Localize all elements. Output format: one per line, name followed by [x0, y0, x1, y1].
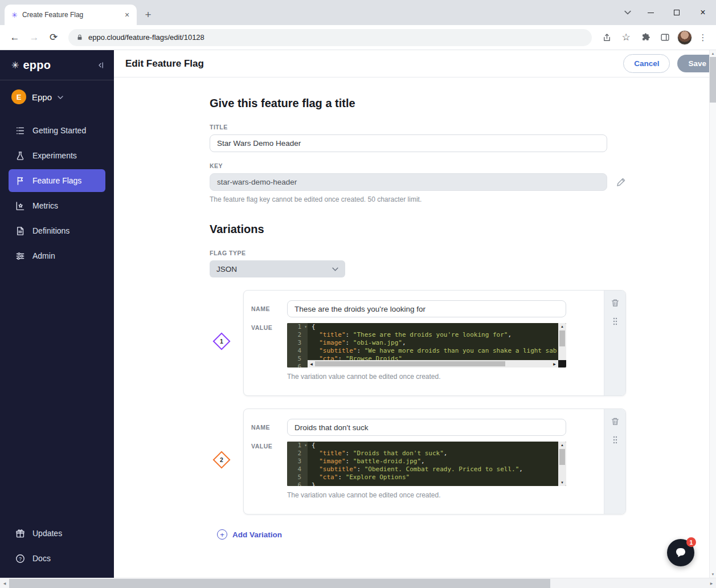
url-text: eppo.cloud/feature-flags/edit/10128 [88, 33, 204, 42]
new-tab-button[interactable]: + [140, 7, 156, 23]
help-circle-icon: ? [15, 554, 25, 564]
cancel-button[interactable]: Cancel [623, 54, 670, 73]
sidebar-item-getting-started[interactable]: Getting Started [9, 119, 105, 142]
variation-2-badge: 2 [212, 451, 230, 468]
metrics-chart-icon [15, 201, 25, 211]
trash-icon[interactable] [611, 299, 620, 308]
eppo-logo-text: eppo [23, 59, 51, 72]
page-header: Edit Feature Flag Cancel Save [114, 50, 709, 77]
window-minimize-button[interactable] [637, 0, 664, 25]
workspace-avatar: E [11, 89, 26, 104]
back-icon[interactable]: ← [6, 28, 24, 47]
json-editor-1[interactable]: 1▾{2 "title": "These are the droids you'… [287, 323, 566, 368]
tab-title: Create Feature Flag [22, 11, 117, 19]
key-help-text: The feature flag key cannot be edited on… [210, 195, 709, 203]
reload-icon[interactable]: ⟳ [44, 28, 63, 47]
variation-1-name-input[interactable] [287, 300, 566, 317]
extensions-puzzle-icon[interactable] [636, 28, 654, 47]
workspace-switcher[interactable]: E Eppo [0, 80, 114, 112]
section-title: Give this feature flag a title [210, 97, 709, 110]
value-help-text: The variation value cannot be edited onc… [287, 373, 566, 381]
variation-name-label: NAME [251, 305, 287, 312]
variation-value-label: VALUE [251, 442, 287, 499]
side-panel-icon[interactable] [656, 28, 674, 47]
sidebar-item-docs[interactable]: ? Docs [9, 547, 105, 570]
intercom-chat-button[interactable]: 1 [667, 539, 694, 566]
eppo-logo-icon: ✳ [11, 60, 19, 71]
title-label: TITLE [210, 124, 709, 130]
variations-heading: Variations [210, 223, 709, 236]
sidebar-collapse-icon[interactable] [96, 61, 105, 70]
browser-menu-icon[interactable]: ⋮ [695, 32, 710, 43]
list-icon [15, 126, 25, 136]
scrollbar-thumb[interactable] [710, 57, 716, 103]
variation-card-2: 2 NAME VALUE 1▾{2 "title" [243, 409, 626, 514]
flask-icon [15, 151, 25, 161]
bookmark-star-icon[interactable]: ☆ [617, 28, 635, 47]
window-controls: × [618, 0, 716, 25]
key-input [210, 173, 607, 191]
profile-avatar[interactable] [677, 30, 692, 45]
chat-bubble-icon [674, 546, 688, 560]
scrollbar-thumb[interactable] [9, 579, 550, 588]
page-title: Edit Feature Flag [125, 58, 204, 70]
plus-circle-icon: + [217, 529, 227, 540]
drag-handle-icon[interactable] [612, 317, 618, 326]
gift-icon [15, 529, 25, 538]
address-bar[interactable]: eppo.cloud/feature-flags/edit/10128 [68, 29, 592, 46]
sidebar-item-feature-flags[interactable]: Feature Flags [9, 169, 105, 192]
flag-type-label: FLAG TYPE [210, 250, 709, 256]
form-content: Give this feature flag a title TITLE KEY… [114, 77, 709, 562]
page-horizontal-scrollbar[interactable]: ◀ ▶ [0, 578, 716, 588]
main-panel: Edit Feature Flag Cancel Save Give this … [114, 50, 709, 578]
sidebar-item-admin[interactable]: Admin [9, 244, 105, 267]
save-button[interactable]: Save [677, 55, 709, 72]
trash-icon[interactable] [611, 417, 620, 426]
variation-2-name-input[interactable] [287, 419, 566, 436]
sidebar-item-metrics[interactable]: Metrics [9, 194, 105, 217]
variation-1-actions [604, 291, 625, 395]
chevron-down-icon [332, 267, 338, 271]
tab-close-icon[interactable]: × [122, 10, 132, 20]
json-editor-2[interactable]: 1▾{2 "title": "Droids that don't suck",3… [287, 442, 566, 486]
document-icon [15, 226, 25, 236]
page-vertical-scrollbar[interactable]: ▲ ▼ [709, 50, 716, 578]
window-maximize-button[interactable] [664, 0, 690, 25]
variation-card-1: 1 NAME VALUE 1▾{2 "title" [243, 290, 626, 396]
browser-window: ✳ Create Feature Flag × + × ← → ⟳ eppo.c… [0, 0, 716, 588]
sidebar-item-updates[interactable]: Updates [9, 522, 105, 545]
sliders-icon [15, 251, 25, 261]
variation-2-actions [604, 409, 625, 514]
flag-icon [15, 176, 25, 186]
title-input[interactable] [210, 134, 607, 152]
key-label: KEY [210, 162, 709, 169]
variation-1-badge: 1 [212, 332, 230, 350]
editor-horizontal-scrollbar[interactable]: ◀ ▶ [308, 360, 558, 368]
window-close-button[interactable]: × [690, 0, 716, 25]
svg-text:?: ? [19, 556, 22, 561]
sidebar-item-definitions[interactable]: Definitions [9, 219, 105, 242]
variation-value-label: VALUE [251, 323, 287, 381]
workspace-name: Eppo [32, 92, 52, 102]
tab-search-icon[interactable] [618, 3, 637, 22]
notification-badge: 1 [686, 537, 696, 547]
eppo-logo: ✳ eppo [11, 59, 51, 72]
share-icon[interactable] [598, 28, 616, 47]
browser-tab[interactable]: ✳ Create Feature Flag × [5, 5, 137, 25]
value-help-text: The variation value cannot be edited onc… [287, 491, 566, 499]
sidebar: ✳ eppo E Eppo Ge [0, 50, 114, 578]
tab-strip: ✳ Create Feature Flag × + × [0, 0, 716, 25]
drag-handle-icon[interactable] [612, 435, 618, 444]
lock-icon [76, 34, 83, 41]
chevron-down-icon [58, 96, 63, 99]
sidebar-item-experiments[interactable]: Experiments [9, 144, 105, 167]
sidebar-footer: Updates ? Docs [0, 520, 114, 578]
eppo-favicon-icon: ✳ [11, 11, 18, 19]
add-variation-button[interactable]: + Add Variation [217, 529, 709, 540]
browser-toolbar: ← → ⟳ eppo.cloud/feature-flags/edit/1012… [0, 25, 716, 50]
sidebar-nav: Getting Started Experiments Feature Flag… [0, 112, 114, 270]
editor-vertical-scrollbar[interactable]: ▲ ▼ [558, 442, 566, 486]
forward-icon[interactable]: → [25, 28, 43, 47]
edit-pencil-icon[interactable] [616, 177, 626, 187]
flag-type-select[interactable]: JSON [210, 260, 345, 277]
